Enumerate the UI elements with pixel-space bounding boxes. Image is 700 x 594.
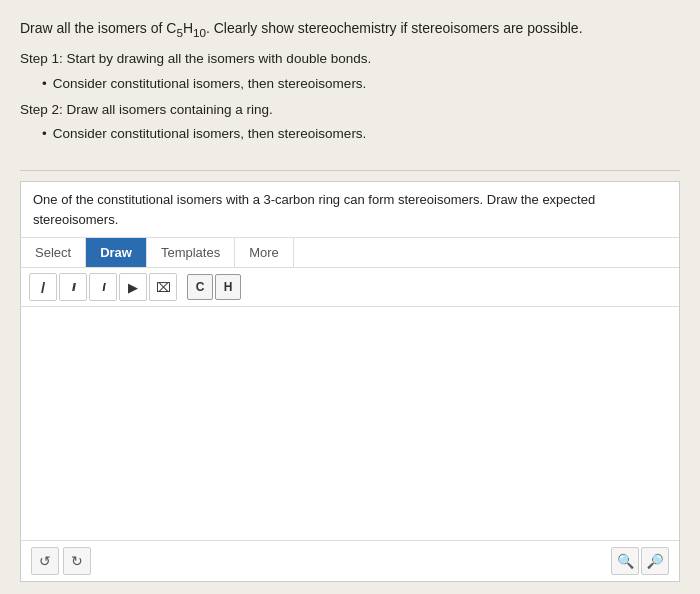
redo-button[interactable]: ↻ xyxy=(63,547,91,575)
drawing-section: One of the constitutional isomers with a… xyxy=(20,181,680,582)
drawing-prompt: One of the constitutional isomers with a… xyxy=(21,182,679,238)
tab-select[interactable]: Select xyxy=(21,238,86,267)
zoom-in-button[interactable]: 🔍 xyxy=(611,547,639,575)
step1-bullet: Consider constitutional isomers, then st… xyxy=(42,74,680,94)
tab-draw[interactable]: Draw xyxy=(86,238,147,267)
arrow-tool[interactable]: ▶ xyxy=(119,273,147,301)
section-divider xyxy=(20,170,680,171)
step2-bullet: Consider constitutional isomers, then st… xyxy=(42,124,680,144)
hydrogen-tool[interactable]: H xyxy=(215,274,241,300)
undo-redo-group: ↺ ↻ xyxy=(31,547,91,575)
zoom-in-icon: 🔍 xyxy=(617,553,634,569)
carbon-label: C xyxy=(196,280,205,294)
hydrogen-label: H xyxy=(224,280,233,294)
eraser-icon: ⌧ xyxy=(156,280,171,295)
carbon-tool[interactable]: C xyxy=(187,274,213,300)
double-bond-icon: // xyxy=(72,281,74,293)
step1-label: Step 1: Start by drawing all the isomers… xyxy=(20,49,680,69)
zoom-group: 🔍 🔍 xyxy=(611,547,669,575)
bottom-toolbar: ↺ ↻ 🔍 🔍 xyxy=(21,540,679,581)
instructions-section: Draw all the isomers of C5H10. Clearly s… xyxy=(20,18,680,150)
undo-icon: ↺ xyxy=(39,553,51,569)
tab-templates[interactable]: Templates xyxy=(147,238,235,267)
tools-row: / // /// ▶ ⌧ C H xyxy=(21,268,679,307)
single-bond-tool[interactable]: / xyxy=(29,273,57,301)
tab-more[interactable]: More xyxy=(235,238,294,267)
double-bond-tool[interactable]: // xyxy=(59,273,87,301)
toolbar: Select Draw Templates More xyxy=(21,238,679,268)
step2-label: Step 2: Draw all isomers containing a ri… xyxy=(20,100,680,120)
zoom-out-button[interactable]: 🔍 xyxy=(641,547,669,575)
drawing-canvas[interactable] xyxy=(21,307,679,540)
main-title: Draw all the isomers of C5H10. Clearly s… xyxy=(20,18,680,41)
triple-bond-tool[interactable]: /// xyxy=(89,273,117,301)
eraser-tool[interactable]: ⌧ xyxy=(149,273,177,301)
single-bond-icon: / xyxy=(41,279,45,296)
arrow-icon: ▶ xyxy=(128,280,138,295)
redo-icon: ↻ xyxy=(71,553,83,569)
page-container: Draw all the isomers of C5H10. Clearly s… xyxy=(0,0,700,594)
zoom-out-icon: 🔍 xyxy=(647,553,664,569)
undo-button[interactable]: ↺ xyxy=(31,547,59,575)
